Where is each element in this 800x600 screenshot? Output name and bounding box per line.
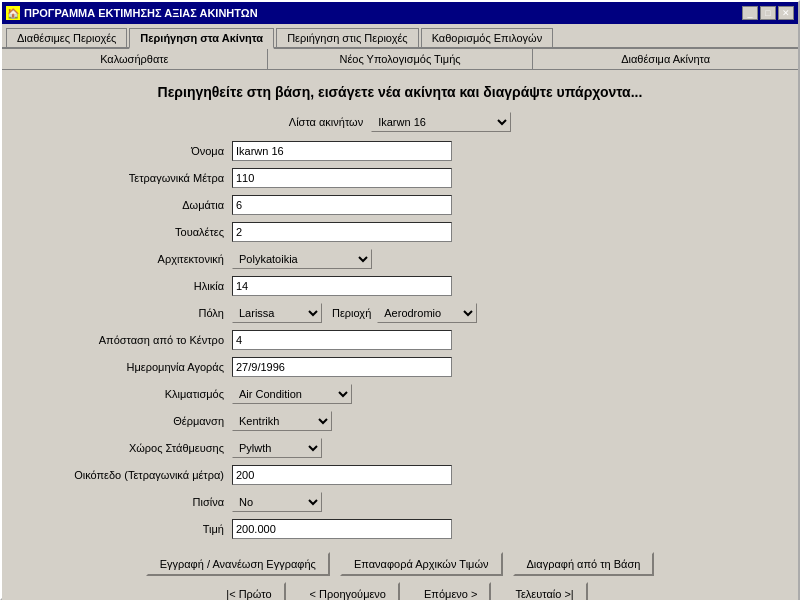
tab-settings[interactable]: Καθορισμός Επιλογών — [421, 28, 554, 47]
thermanssi-select[interactable]: Kentrikh Atomiki — [232, 411, 332, 431]
tetragonika-row: Τετραγωνικά Μέτρα — [32, 167, 768, 189]
toualetes-input[interactable] — [232, 222, 452, 242]
tab-available-areas[interactable]: Διαθέσιμες Περιοχές — [6, 28, 127, 47]
ilikia-row: Ηλικία — [32, 275, 768, 297]
action-available-properties[interactable]: Διαθέσιμα Ακίνητα — [533, 49, 798, 69]
save-button[interactable]: Εγγραφή / Ανανέωση Εγγραφής — [146, 552, 330, 576]
oikopedo-label: Οικόπεδο (Τετραγωνικά μέτρα) — [32, 469, 232, 481]
klimatismos-row: Κλιματισμός Air Condition None — [32, 383, 768, 405]
apostasi-row: Απόσταση από το Κέντρο — [32, 329, 768, 351]
maximize-button[interactable]: □ — [760, 6, 776, 20]
tab-browse-properties[interactable]: Περιήγηση στα Ακίνητα — [129, 28, 274, 49]
pisina-label: Πισίνα — [32, 496, 232, 508]
property-list-label: Λίστα ακινήτων — [289, 116, 363, 128]
poli-label: Πόλη — [32, 307, 232, 319]
xoros-label: Χώρος Στάθμευσης — [32, 442, 232, 454]
onoma-label: Όνομα — [32, 145, 232, 157]
first-button[interactable]: |< Πρώτο — [212, 582, 285, 600]
arxitektoniki-select[interactable]: Polykatoikia Monokatoikia — [232, 249, 372, 269]
restore-button[interactable]: Επαναφορά Αρχικών Τιμών — [340, 552, 503, 576]
ilikia-label: Ηλικία — [32, 280, 232, 292]
arxitektoniki-row: Αρχιτεκτονική Polykatoikia Monokatoikia — [32, 248, 768, 270]
minimize-button[interactable]: _ — [742, 6, 758, 20]
imerominia-input[interactable] — [232, 357, 452, 377]
thermanssi-label: Θέρμανση — [32, 415, 232, 427]
poli-periochi-row: Πόλη Larissa Athina Thessaloniki Περιοχή… — [32, 302, 768, 324]
action-new-calc[interactable]: Νέος Υπολογισμός Τιμής — [268, 49, 534, 69]
timi-input[interactable] — [232, 519, 452, 539]
klimatismos-select[interactable]: Air Condition None — [232, 384, 352, 404]
page-title: Περιηγηθείτε στη βάση, εισάγετε νέα ακίν… — [12, 84, 788, 100]
action-buttons: Εγγραφή / Ανανέωση Εγγραφής Επαναφορά Αρ… — [12, 552, 788, 576]
main-content: Περιηγηθείτε στη βάση, εισάγετε νέα ακίν… — [2, 70, 798, 600]
property-list-row: Λίστα ακινήτων Ikarwn 16 — [12, 112, 788, 132]
domatio-row: Δωμάτια — [32, 194, 768, 216]
action-row: Καλωσήρθατε Νέος Υπολογισμός Τιμής Διαθέ… — [2, 49, 798, 70]
tetragonika-input[interactable] — [232, 168, 452, 188]
app-icon: 🏠 — [6, 6, 20, 20]
ilikia-input[interactable] — [232, 276, 452, 296]
periochi-select[interactable]: Aerodromio Kentro — [377, 303, 477, 323]
pisina-select[interactable]: No Yes — [232, 492, 322, 512]
oikopedo-input[interactable] — [232, 465, 452, 485]
thermanssi-row: Θέρμανση Kentrikh Atomiki — [32, 410, 768, 432]
arxitektoniki-label: Αρχιτεκτονική — [32, 253, 232, 265]
delete-button[interactable]: Διαγραφή από τη Βάση — [513, 552, 655, 576]
tetragonika-label: Τετραγωνικά Μέτρα — [32, 172, 232, 184]
timi-row: Τιμή — [32, 518, 768, 540]
action-welcome[interactable]: Καλωσήρθατε — [2, 49, 268, 69]
next-button[interactable]: Επόμενο > — [410, 582, 491, 600]
form-area: Όνομα Τετραγωνικά Μέτρα Δωμάτια Τουαλέτε… — [12, 140, 788, 540]
tab-bar: Διαθέσιμες Περιοχές Περιήγηση στα Ακίνητ… — [2, 24, 798, 49]
domatio-input[interactable] — [232, 195, 452, 215]
title-bar: 🏠 ΠΡΟΓΡΑΜΜΑ ΕΚΤΙΜΗΣΗΣ ΑΞΙΑΣ ΑΚΙΝΗΤΩΝ _ □… — [2, 2, 798, 24]
imerominia-row: Ημερομηνία Αγοράς — [32, 356, 768, 378]
nav-buttons: |< Πρώτο < Προηγούμενο Επόμενο > Τελευτα… — [12, 582, 788, 600]
toualetes-label: Τουαλέτες — [32, 226, 232, 238]
pisina-row: Πισίνα No Yes — [32, 491, 768, 513]
xoros-select[interactable]: Pylwth None — [232, 438, 322, 458]
property-list-select[interactable]: Ikarwn 16 — [371, 112, 511, 132]
klimatismos-label: Κλιματισμός — [32, 388, 232, 400]
last-button[interactable]: Τελευταίο >| — [501, 582, 587, 600]
apostasi-label: Απόσταση από το Κέντρο — [32, 334, 232, 346]
poli-select[interactable]: Larissa Athina Thessaloniki — [232, 303, 322, 323]
close-button[interactable]: ✕ — [778, 6, 794, 20]
timi-label: Τιμή — [32, 523, 232, 535]
imerominia-label: Ημερομηνία Αγοράς — [32, 361, 232, 373]
periochi-label: Περιοχή — [332, 307, 371, 319]
toualetes-row: Τουαλέτες — [32, 221, 768, 243]
xoros-row: Χώρος Στάθμευσης Pylwth None — [32, 437, 768, 459]
onoma-input[interactable] — [232, 141, 452, 161]
prev-button[interactable]: < Προηγούμενο — [296, 582, 400, 600]
oikopedo-row: Οικόπεδο (Τετραγωνικά μέτρα) — [32, 464, 768, 486]
apostasi-input[interactable] — [232, 330, 452, 350]
domatio-label: Δωμάτια — [32, 199, 232, 211]
tab-browse-areas[interactable]: Περιήγηση στις Περιοχές — [276, 28, 419, 47]
window-controls: _ □ ✕ — [742, 6, 794, 20]
title-bar-text: ΠΡΟΓΡΑΜΜΑ ΕΚΤΙΜΗΣΗΣ ΑΞΙΑΣ ΑΚΙΝΗΤΩΝ — [24, 7, 742, 19]
onoma-row: Όνομα — [32, 140, 768, 162]
